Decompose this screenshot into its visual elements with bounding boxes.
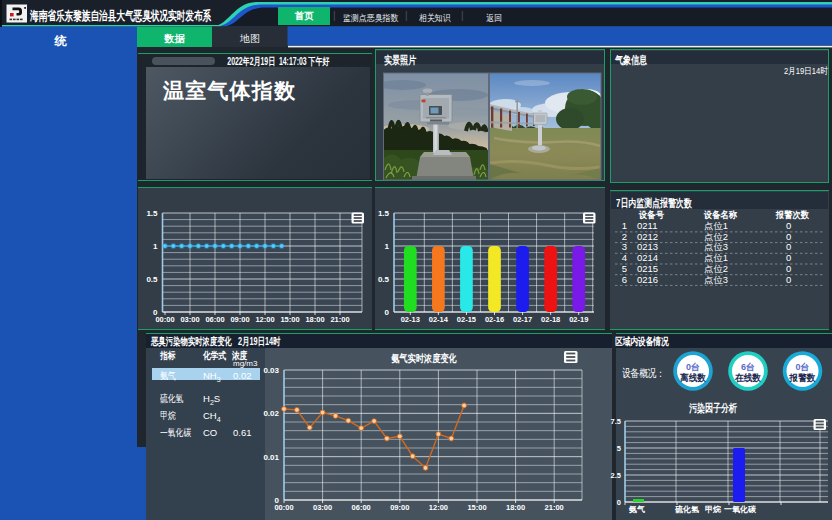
svg-text:氨气: 氨气 <box>628 505 645 514</box>
svg-text:0: 0 <box>617 498 621 507</box>
svg-text:0台: 0台 <box>795 362 809 372</box>
svg-text:0.5: 0.5 <box>146 275 158 284</box>
svg-text:02-13: 02-13 <box>401 315 420 324</box>
svg-text:15:00: 15:00 <box>467 503 486 512</box>
svg-text:02-18: 02-18 <box>541 315 560 324</box>
svg-text:0: 0 <box>786 231 791 242</box>
svg-text:5: 5 <box>622 263 627 274</box>
svg-text:21:00: 21:00 <box>545 503 564 512</box>
svg-text:3: 3 <box>622 241 627 252</box>
svg-text:02-15: 02-15 <box>457 315 476 324</box>
svg-text:18:00: 18:00 <box>506 503 525 512</box>
svg-text:2.5: 2.5 <box>611 471 621 480</box>
svg-text:0215: 0215 <box>637 263 658 274</box>
svg-text:21:00: 21:00 <box>330 315 349 324</box>
svg-text:设备名称: 设备名称 <box>703 209 737 220</box>
svg-text:5: 5 <box>617 444 621 453</box>
svg-text:0: 0 <box>786 274 791 285</box>
svg-text:09:00: 09:00 <box>390 503 409 512</box>
svg-text:2: 2 <box>622 231 627 242</box>
svg-text:1: 1 <box>153 242 158 251</box>
svg-text:02-16: 02-16 <box>485 315 504 324</box>
svg-text:03:00: 03:00 <box>313 503 332 512</box>
svg-text:报警次数: 报警次数 <box>775 209 809 220</box>
svg-text:06:00: 06:00 <box>352 503 371 512</box>
svg-text:4: 4 <box>622 252 627 263</box>
svg-text:硫化氢: 硫化氢 <box>674 505 699 514</box>
svg-text:1.5: 1.5 <box>378 209 390 218</box>
svg-text:1: 1 <box>385 242 390 251</box>
svg-text:点位2: 点位2 <box>704 264 728 274</box>
svg-text:15:00: 15:00 <box>280 315 299 324</box>
svg-text:0.02: 0.02 <box>263 409 279 418</box>
svg-text:12:00: 12:00 <box>429 503 448 512</box>
svg-text:7.5: 7.5 <box>611 417 621 426</box>
svg-text:0.01: 0.01 <box>263 453 279 462</box>
svg-text:点位1: 点位1 <box>704 253 728 263</box>
svg-text:点位1: 点位1 <box>704 221 728 231</box>
svg-text:在线数: 在线数 <box>734 372 761 383</box>
svg-text:报警数: 报警数 <box>789 372 816 383</box>
svg-text:6: 6 <box>622 274 627 285</box>
svg-text:0211: 0211 <box>637 220 657 231</box>
svg-text:0216: 0216 <box>637 274 658 285</box>
svg-text:02-19: 02-19 <box>569 315 588 324</box>
svg-text:0.03: 0.03 <box>263 366 279 375</box>
svg-text:00:00: 00:00 <box>155 315 174 324</box>
svg-text:0台: 0台 <box>686 362 700 372</box>
svg-text:一氧化碳: 一氧化碳 <box>724 505 757 514</box>
svg-text:点位2: 点位2 <box>704 232 728 242</box>
svg-text:18:00: 18:00 <box>305 315 324 324</box>
svg-text:设备号: 设备号 <box>638 209 664 220</box>
svg-text:0: 0 <box>786 263 791 274</box>
svg-text:甲烷: 甲烷 <box>705 505 722 514</box>
svg-text:02-14: 02-14 <box>429 315 449 324</box>
svg-text:09:00: 09:00 <box>230 315 249 324</box>
svg-text:离线数: 离线数 <box>679 372 706 383</box>
svg-text:0213: 0213 <box>637 241 658 252</box>
svg-text:0214: 0214 <box>637 252 658 263</box>
svg-text:00:00: 00:00 <box>274 503 293 512</box>
svg-text:1: 1 <box>622 220 627 231</box>
svg-text:6台: 6台 <box>741 362 755 372</box>
svg-text:0: 0 <box>786 241 791 252</box>
svg-text:0.5: 0.5 <box>378 275 390 284</box>
svg-text:0: 0 <box>385 308 390 317</box>
svg-text:0: 0 <box>786 220 791 231</box>
svg-text:0: 0 <box>786 252 791 263</box>
svg-text:12:00: 12:00 <box>255 315 274 324</box>
svg-text:0212: 0212 <box>637 231 658 242</box>
svg-text:02-17: 02-17 <box>513 315 532 324</box>
svg-text:06:00: 06:00 <box>205 315 224 324</box>
svg-text:点位3: 点位3 <box>704 275 728 285</box>
svg-text:1.5: 1.5 <box>146 209 158 218</box>
svg-text:03:00: 03:00 <box>180 315 199 324</box>
svg-text:点位3: 点位3 <box>704 242 728 252</box>
